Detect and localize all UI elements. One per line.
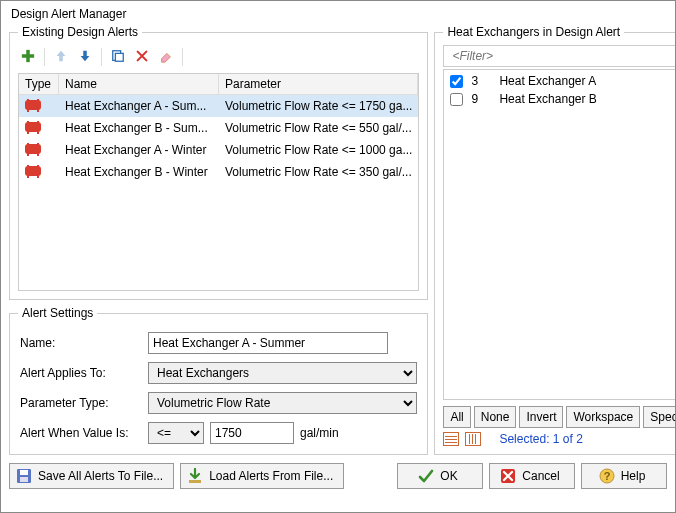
filter-input[interactable] bbox=[450, 48, 676, 64]
delete-button[interactable] bbox=[132, 47, 152, 67]
select-special-button[interactable]: Special... bbox=[643, 406, 676, 428]
hx-in-alert-legend: Heat Exchangers in Design Alert bbox=[443, 25, 624, 39]
name-input[interactable] bbox=[148, 332, 388, 354]
move-up-button[interactable] bbox=[51, 47, 71, 67]
selection-status: Selected: 1 of 2 bbox=[443, 432, 676, 446]
svg-text:?: ? bbox=[603, 470, 610, 482]
save-alerts-label: Save All Alerts To File... bbox=[38, 469, 163, 483]
alert-settings-group: Alert Settings Name: Alert Applies To: H… bbox=[9, 306, 428, 455]
svg-rect-3 bbox=[115, 53, 123, 61]
selection-buttons: All None Invert Workspace Special... bbox=[443, 406, 676, 428]
hx-name: Heat Exchanger B bbox=[499, 92, 676, 106]
list-item[interactable]: 3Heat Exchanger A bbox=[444, 72, 676, 90]
unit-label: gal/min bbox=[300, 426, 339, 440]
arrow-up-icon bbox=[54, 49, 68, 65]
move-down-button[interactable] bbox=[75, 47, 95, 67]
value-input[interactable] bbox=[210, 422, 294, 444]
alert-type-icon bbox=[25, 122, 41, 132]
table-row[interactable]: Heat Exchanger B - WinterVolumetric Flow… bbox=[19, 161, 418, 183]
select-all-button[interactable]: All bbox=[443, 406, 470, 428]
filter-box[interactable]: 🔍 bbox=[443, 45, 676, 67]
hx-id: 3 bbox=[471, 74, 491, 88]
load-alerts-button[interactable]: Load Alerts From File... bbox=[180, 463, 344, 489]
arrow-down-icon bbox=[78, 49, 92, 65]
list-item[interactable]: 9Heat Exchanger B bbox=[444, 90, 676, 108]
col-view-icon[interactable] bbox=[465, 432, 481, 446]
alert-type-icon bbox=[25, 100, 41, 110]
applies-select[interactable]: Heat Exchangers bbox=[148, 362, 417, 384]
cancel-button[interactable]: Cancel bbox=[489, 463, 575, 489]
col-name-header[interactable]: Name bbox=[59, 74, 219, 94]
selected-count-label: Selected: 1 of 2 bbox=[499, 432, 582, 446]
existing-alerts-legend: Existing Design Alerts bbox=[18, 25, 142, 39]
cancel-label: Cancel bbox=[522, 469, 559, 483]
alert-name-cell: Heat Exchanger A - Winter bbox=[59, 143, 219, 157]
ok-button[interactable]: OK bbox=[397, 463, 483, 489]
svg-rect-7 bbox=[189, 480, 201, 483]
load-alerts-label: Load Alerts From File... bbox=[209, 469, 333, 483]
save-icon bbox=[16, 468, 32, 484]
erase-button[interactable] bbox=[156, 47, 176, 67]
row-view-icon[interactable] bbox=[443, 432, 459, 446]
add-alert-button[interactable] bbox=[18, 47, 38, 67]
toolbar-separator bbox=[101, 48, 102, 66]
alert-settings-legend: Alert Settings bbox=[18, 306, 97, 320]
col-param-header[interactable]: Parameter bbox=[219, 74, 418, 94]
eraser-icon bbox=[159, 49, 173, 65]
alert-param-cell: Volumetric Flow Rate <= 1750 ga... bbox=[219, 99, 418, 113]
alert-type-icon bbox=[25, 144, 41, 154]
alert-param-cell: Volumetric Flow Rate <= 350 gal/... bbox=[219, 165, 418, 179]
alert-param-cell: Volumetric Flow Rate <= 550 gal/... bbox=[219, 121, 418, 135]
help-label: Help bbox=[621, 469, 646, 483]
hx-checkbox[interactable] bbox=[450, 75, 463, 88]
select-none-button[interactable]: None bbox=[474, 406, 517, 428]
check-icon bbox=[418, 468, 434, 484]
select-workspace-button[interactable]: Workspace bbox=[566, 406, 640, 428]
svg-rect-5 bbox=[20, 470, 28, 475]
download-icon bbox=[187, 468, 203, 484]
plus-icon bbox=[21, 49, 35, 65]
table-row[interactable]: Heat Exchanger A - WinterVolumetric Flow… bbox=[19, 139, 418, 161]
hx-in-alert-group: Heat Exchangers in Design Alert 🔍 3Heat … bbox=[434, 25, 676, 455]
alert-type-icon bbox=[25, 166, 41, 176]
table-row[interactable]: Heat Exchanger A - Sum...Volumetric Flow… bbox=[19, 95, 418, 117]
alert-name-cell: Heat Exchanger B - Sum... bbox=[59, 121, 219, 135]
alert-name-cell: Heat Exchanger A - Sum... bbox=[59, 99, 219, 113]
help-button[interactable]: ? Help bbox=[581, 463, 667, 489]
when-label: Alert When Value Is: bbox=[20, 426, 140, 440]
svg-rect-1 bbox=[22, 54, 34, 58]
toolbar-separator bbox=[44, 48, 45, 66]
table-row[interactable]: Heat Exchanger B - Sum...Volumetric Flow… bbox=[19, 117, 418, 139]
hx-id: 9 bbox=[471, 92, 491, 106]
col-type-header[interactable]: Type bbox=[19, 74, 59, 94]
paramtype-label: Parameter Type: bbox=[20, 396, 140, 410]
hx-checkbox[interactable] bbox=[450, 93, 463, 106]
alerts-toolbar bbox=[18, 45, 419, 73]
duplicate-button[interactable] bbox=[108, 47, 128, 67]
alert-param-cell: Volumetric Flow Rate <= 1000 ga... bbox=[219, 143, 418, 157]
select-invert-button[interactable]: Invert bbox=[519, 406, 563, 428]
alerts-table-header: Type Name Parameter bbox=[19, 74, 418, 95]
existing-alerts-group: Existing Design Alerts bbox=[9, 25, 428, 300]
applies-label: Alert Applies To: bbox=[20, 366, 140, 380]
copy-icon bbox=[111, 49, 125, 65]
svg-rect-6 bbox=[20, 477, 28, 482]
name-label: Name: bbox=[20, 336, 140, 350]
alerts-table: Type Name Parameter Heat Exchanger A - S… bbox=[18, 73, 419, 291]
paramtype-select[interactable]: Volumetric Flow Rate bbox=[148, 392, 417, 414]
window-title: Design Alert Manager bbox=[1, 1, 675, 25]
cancel-icon bbox=[500, 468, 516, 484]
x-icon bbox=[135, 49, 149, 65]
help-icon: ? bbox=[599, 468, 615, 484]
toolbar-separator bbox=[182, 48, 183, 66]
ok-label: OK bbox=[440, 469, 457, 483]
dialog-buttons: Save All Alerts To File... Load Alerts F… bbox=[1, 455, 675, 497]
save-alerts-button[interactable]: Save All Alerts To File... bbox=[9, 463, 174, 489]
operator-select[interactable]: <= bbox=[148, 422, 204, 444]
alert-name-cell: Heat Exchanger B - Winter bbox=[59, 165, 219, 179]
hx-list[interactable]: 3Heat Exchanger A9Heat Exchanger B bbox=[443, 69, 676, 400]
hx-name: Heat Exchanger A bbox=[499, 74, 676, 88]
